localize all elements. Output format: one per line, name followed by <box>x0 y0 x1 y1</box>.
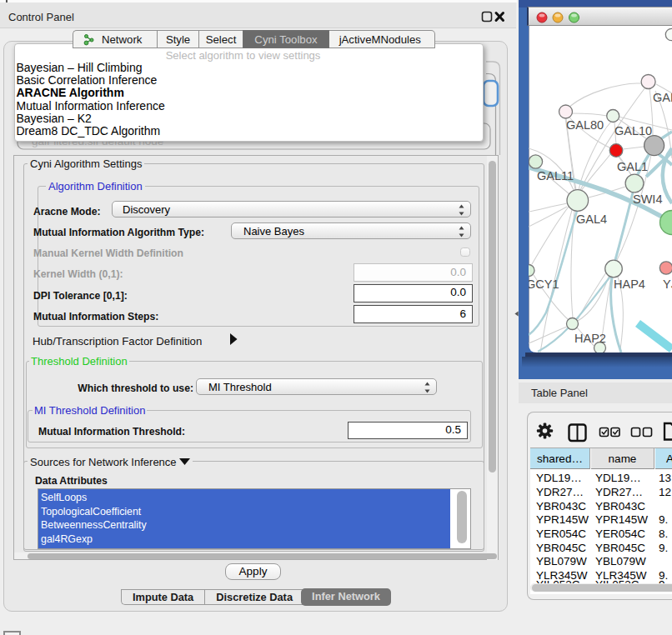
svg-text:GAL11: GAL11 <box>537 169 574 182</box>
svg-text:GAL80: GAL80 <box>566 118 604 132</box>
svg-text:GAL7: GAL7 <box>653 91 672 104</box>
svg-text:GAL10: GAL10 <box>614 124 652 138</box>
svg-text:YJ: YJ <box>663 278 672 291</box>
svg-text:GAL1: GAL1 <box>617 160 648 173</box>
svg-text:SWI4: SWI4 <box>633 192 662 206</box>
svg-text:HAP2: HAP2 <box>574 332 606 345</box>
svg-text:GAL4: GAL4 <box>576 212 607 226</box>
svg-text:GCY1: GCY1 <box>527 278 559 291</box>
svg-text:HAP4: HAP4 <box>614 278 645 291</box>
